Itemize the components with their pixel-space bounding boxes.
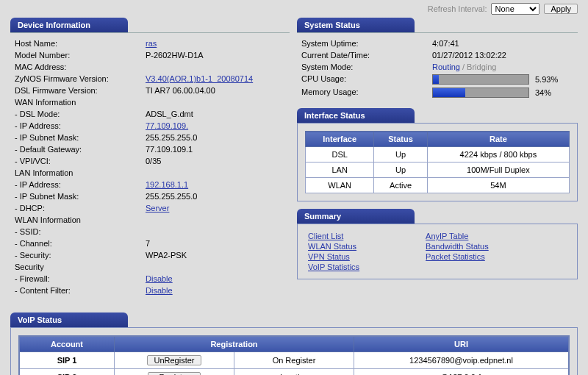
lanip-label: - IP Address: [12,179,143,190]
uptime-label: System Uptime: [298,38,429,49]
dslmode-label: - DSL Mode: [12,108,143,120]
gw-value: 77.109.109.1 [143,143,288,155]
table-row: SIP 2 Register Inactive @127.0.0.1 [19,369,569,376]
summary-link[interactable]: AnyIP Table [426,232,489,240]
table-row: DSLUp4224 kbps / 800 kbps [306,147,570,162]
voip-col-uri: URI [354,336,570,352]
dslfw-label: DSL Firmware Version: [12,85,143,96]
gw-label: - Default Gateway: [12,143,143,155]
voip-col-registration: Registration [115,336,354,352]
datetime-value: 01/27/2012 13:02:22 [429,49,576,61]
sysmode-value: Routing / Bridging [429,61,576,73]
chan-value: 7 [143,238,288,249]
mac-value [143,61,288,73]
system-status-heading: System Status [297,18,415,32]
model-value: P-2602HW-D1A [143,49,288,61]
dslmode-value: ADSL_G.dmt [143,108,288,120]
cpu-bar [432,74,529,85]
zynos-link[interactable]: V3.40(AOR.1)b1-1_20080714 [146,74,253,83]
interface-status-heading: Interface Status [297,108,415,123]
summary-link[interactable]: WLAN Status [308,242,359,251]
ssid-label: - SSID: [12,226,143,238]
wanmask-label: - IP Subnet Mask: [12,132,143,143]
wlan-heading: WLAN Information [12,214,288,226]
sysmode-label: System Mode: [298,61,429,73]
register-button[interactable]: Register [148,372,201,375]
dhcp-label: - DHCP: [12,202,143,214]
lan-heading: LAN Information [12,167,288,179]
wlansec-label: - Security: [12,249,143,261]
firewall-label: - Firewall: [12,273,143,285]
voip-col-account: Account [19,336,115,352]
table-row: LANUp100M/Full Duplex [306,162,570,178]
mem-pct: 34% [535,88,551,97]
wlansec-value: WPA2-PSK [143,249,288,261]
device-info-heading: Device Information [10,18,128,32]
voip-status-heading: VoIP Status [10,312,128,327]
summary-link[interactable]: VPN Status [308,252,359,261]
ifc-col-status: Status [374,132,428,147]
ifc-col-rate: Rate [427,132,569,147]
apply-button[interactable]: Apply [544,4,578,14]
lanmask-value: 255.255.255.0 [143,190,288,202]
refresh-label: Refresh Interval: [428,4,487,13]
cpu-label: CPU Usage: [298,73,429,86]
wanmask-value: 255.255.255.0 [143,132,288,143]
voip-status-panel: VoIP Status Account Registration URI SIP… [10,312,578,375]
vpi-label: - VPI/VCI: [12,155,143,167]
summary-heading: Summary [297,209,415,224]
summary-link[interactable]: Bandwidth Status [426,242,489,251]
summary-link[interactable]: VoIP Statistics [308,262,359,271]
dslfw-value: TI AR7 06.00.04.00 [143,85,288,96]
summary-panel: Summary Client List WLAN Status VPN Stat… [297,209,578,279]
dhcp-link[interactable]: Server [146,204,169,213]
wanip-link[interactable]: 77.109.109. [146,121,188,130]
summary-link[interactable]: Packet Statistics [426,252,489,261]
device-info-panel: Device Information Host Name:ras Model N… [10,18,290,298]
ifc-col-interface: Interface [306,132,374,147]
uptime-value: 4:07:41 [429,38,576,49]
hostname-link[interactable]: ras [146,39,157,48]
vpi-value: 0/35 [143,155,288,167]
zynos-label: ZyNOS Firmware Version: [12,73,143,85]
mac-label: MAC Address: [12,61,143,73]
firewall-link[interactable]: Disable [146,274,173,283]
lanip-link[interactable]: 192.168.1.1 [146,180,188,189]
cf-link[interactable]: Disable [146,286,173,295]
summary-link[interactable]: Client List [308,232,359,240]
table-row: WLANActive54M [306,178,570,193]
table-row: SIP 1 UnRegister On Register 1234567890@… [19,352,569,369]
mem-bar [432,88,529,98]
security-heading: Security [12,261,288,273]
model-label: Model Number: [12,49,143,61]
chan-label: - Channel: [12,238,143,249]
cpu-pct: 5.93% [535,75,558,84]
system-status-panel: System Status System Uptime:4:07:41 Curr… [297,18,578,101]
wan-heading: WAN Information [12,96,288,108]
interface-status-panel: Interface Status InterfaceStatusRate DSL… [297,108,578,201]
lanmask-label: - IP Subnet Mask: [12,190,143,202]
unregister-button[interactable]: UnRegister [147,355,201,365]
wanip-label: - IP Address: [12,120,143,132]
mem-label: Memory Usage: [298,86,429,99]
ssid-value [143,226,288,238]
datetime-label: Current Date/Time: [298,49,429,61]
refresh-select[interactable]: None [491,3,539,15]
cf-label: - Content Filter: [12,285,143,296]
hostname-label: Host Name: [12,38,143,49]
